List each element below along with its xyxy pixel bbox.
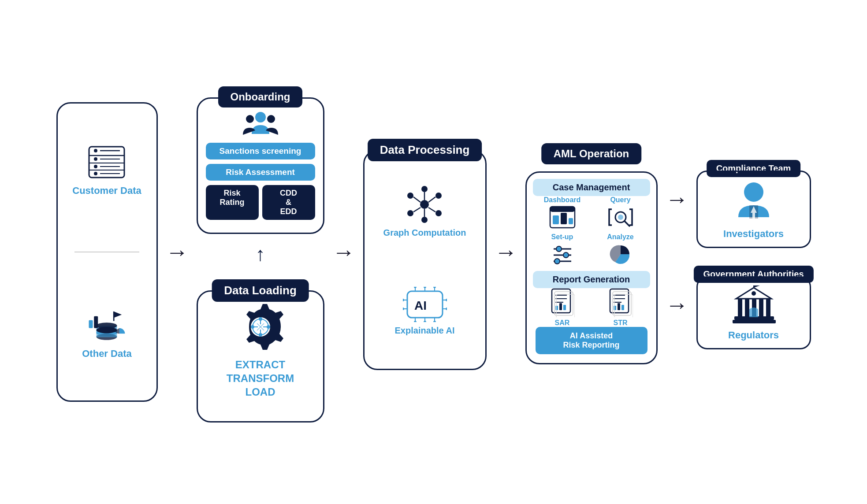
str-item: STR (594, 288, 647, 327)
svg-point-83 (563, 252, 569, 258)
svg-point-63 (446, 308, 447, 310)
svg-point-22 (255, 112, 266, 122)
svg-rect-100 (618, 303, 620, 310)
customer-data-icon (87, 145, 127, 180)
svg-point-61 (446, 299, 447, 301)
data-processing-title: Data Processing (368, 139, 482, 161)
svg-rect-101 (621, 305, 624, 310)
svg-marker-109 (754, 285, 760, 288)
svg-point-42 (407, 210, 413, 216)
ai-risk-reporting-btn[interactable]: AI AssistedRisk Reporting (536, 327, 647, 354)
col-recipients: Compliance Team Investigators Government… (696, 155, 811, 349)
government-building-icon (732, 285, 776, 325)
str-icon (608, 288, 633, 317)
investigators-label: Investigators (723, 228, 784, 240)
svg-rect-110 (738, 299, 742, 317)
query-item: Query (594, 196, 647, 229)
risk-rating-btn[interactable]: RiskRating (206, 185, 259, 220)
svg-point-30 (267, 325, 270, 329)
setup-icon (549, 243, 576, 266)
other-data-icon (87, 308, 127, 343)
cdd-edd-btn[interactable]: CDD&EDD (262, 185, 315, 220)
svg-rect-92 (563, 305, 566, 310)
customer-data-label: Customer Data (72, 185, 141, 196)
svg-rect-76 (569, 218, 573, 224)
sar-icon (550, 288, 575, 317)
svg-rect-90 (555, 306, 558, 310)
svg-rect-75 (561, 213, 567, 224)
svg-line-45 (428, 197, 435, 202)
svg-point-104 (744, 182, 763, 202)
explainable-ai-icon: AI (403, 287, 447, 322)
svg-rect-114 (766, 299, 770, 317)
gear-icon (234, 300, 287, 353)
str-label: STR (614, 319, 628, 327)
svg-point-23 (246, 115, 254, 123)
other-data-item: Other Data (82, 308, 131, 359)
svg-point-117 (752, 291, 756, 296)
svg-point-38 (421, 186, 428, 192)
graph-computation-item: Graph Computation (383, 185, 466, 238)
svg-rect-19 (94, 316, 98, 328)
data-loading-title: Data Loading (212, 279, 309, 302)
svg-rect-73 (550, 207, 575, 212)
svg-point-27 (259, 317, 262, 321)
arrow-1: → (166, 239, 189, 265)
compliance-group: Compliance Team Investigators (696, 170, 811, 248)
sanctions-screening-btn[interactable]: Sanctions screening (206, 143, 315, 159)
customer-data-item: Customer Data (72, 145, 141, 196)
data-loading-card: Data Loading (197, 290, 324, 422)
case-management-title: Case Management (533, 179, 650, 196)
svg-rect-116 (733, 320, 776, 323)
query-icon (607, 206, 634, 229)
aml-operation-wrapper: AML Operation Case Management Dashboard (525, 156, 658, 364)
svg-text:AI: AI (414, 299, 427, 312)
report-generation-title: Report Generation (533, 271, 650, 288)
analyze-item: Analyze (594, 233, 647, 266)
other-data-label: Other Data (82, 348, 131, 359)
case-management-section: Case Management Dashboard Query (533, 179, 650, 266)
case-management-grid: Dashboard Query (533, 196, 650, 266)
svg-point-58 (424, 287, 426, 288)
arrow-to-compliance: → (666, 186, 688, 212)
svg-point-60 (403, 299, 404, 301)
report-generation-grid: SAR S (533, 288, 650, 327)
arrow-3: → (495, 239, 517, 265)
svg-point-81 (556, 246, 562, 252)
svg-point-24 (267, 115, 275, 123)
risk-assessment-btn[interactable]: Risk Assessment (206, 164, 315, 181)
between-arrow: ↑ (256, 245, 265, 264)
arrow-2: → (332, 239, 355, 265)
svg-point-37 (420, 200, 429, 209)
svg-line-48 (413, 208, 420, 212)
investigator-icon (734, 180, 774, 224)
main-diagram: Customer Data (0, 0, 867, 504)
investigators-card: Investigators (696, 170, 811, 248)
svg-line-78 (625, 221, 629, 226)
people-icon (243, 107, 278, 138)
regulators-label: Regulators (728, 330, 779, 341)
svg-point-40 (435, 210, 442, 216)
onboarding-card: Onboarding Sanctions screening Risk Asse… (197, 97, 324, 234)
svg-rect-113 (759, 299, 763, 317)
svg-point-17 (97, 327, 117, 333)
dashboard-item: Dashboard (536, 196, 589, 229)
arrows-to-recipients: → → (666, 186, 688, 318)
svg-point-59 (424, 321, 426, 322)
data-processing-card: Data Processing Graph C (363, 150, 487, 370)
svg-point-29 (251, 325, 254, 329)
dashboard-icon (549, 206, 576, 229)
svg-point-62 (403, 308, 404, 310)
sar-item: SAR (536, 288, 589, 327)
svg-rect-74 (553, 215, 559, 224)
svg-point-10 (94, 172, 97, 175)
svg-point-39 (435, 193, 442, 199)
svg-point-4 (94, 149, 97, 152)
svg-point-6 (94, 157, 97, 161)
regulators-card: Regulators (696, 276, 811, 349)
svg-marker-21 (114, 311, 122, 318)
svg-rect-91 (559, 303, 562, 310)
svg-point-41 (421, 217, 428, 223)
svg-line-46 (428, 208, 435, 212)
graph-computation-icon (402, 185, 447, 224)
